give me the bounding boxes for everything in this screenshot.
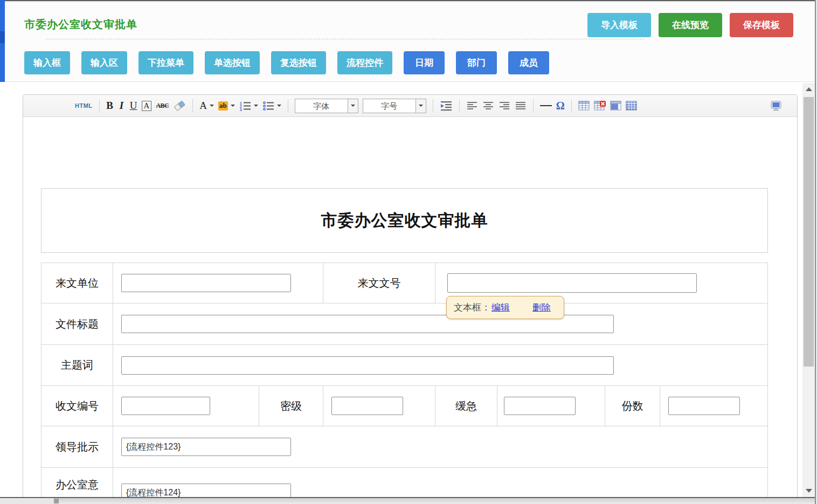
scroll-up-arrow-icon[interactable]	[806, 87, 812, 91]
input-receipt-number[interactable]	[121, 397, 210, 415]
table-row: 文件标题	[41, 303, 767, 344]
left-edge-strip	[0, 0, 5, 82]
input-incoming-unit[interactable]	[121, 274, 291, 292]
app-window: 市委办公室收文审批单 导入模板 在线预览 保存模板 输入框 输入区 下拉菜单 单…	[0, 0, 817, 504]
table-properties-icon[interactable]	[624, 98, 639, 114]
fullscreen-icon[interactable]	[768, 98, 784, 114]
ordered-list-icon[interactable]: 1 2 3	[237, 98, 260, 114]
input-incoming-number[interactable]	[447, 273, 697, 293]
toolbar-separator	[533, 99, 534, 113]
input-subject-words[interactable]	[121, 356, 614, 375]
widget-button-checkbox[interactable]: 复选按钮	[271, 51, 326, 74]
align-justify-icon[interactable]	[513, 98, 529, 114]
field-label-incoming-unit: 来文单位	[41, 263, 113, 303]
table-row: 领导批示	[41, 426, 767, 467]
editor-content[interactable]: 市委办公室收文审批单 来文单位 来文文号 文件标题 主题词	[23, 117, 797, 504]
widget-button-input-area[interactable]: 输入区	[81, 51, 127, 74]
field-label-incoming-number: 来文文号	[323, 263, 435, 303]
widget-button-input-box[interactable]: 输入框	[24, 51, 70, 74]
field-label-copies: 份数	[605, 386, 660, 426]
save-template-button[interactable]: 保存模板	[730, 13, 793, 37]
field-label-document-title: 文件标题	[41, 303, 113, 344]
align-left-icon[interactable]	[464, 98, 480, 114]
input-security-level[interactable]	[331, 397, 403, 415]
align-center-icon[interactable]	[480, 98, 496, 114]
textbox-widget-tooltip: 文本框： 编辑 删除	[446, 296, 564, 319]
delete-table-icon[interactable]	[592, 98, 608, 114]
font-size-select[interactable]: 字号	[363, 99, 426, 113]
field-label-subject-words: 主题词	[41, 345, 113, 385]
widget-button-date[interactable]: 日期	[404, 51, 445, 74]
horizontal-scrollbar[interactable]	[0, 498, 815, 504]
widget-button-member[interactable]: 成员	[508, 51, 549, 74]
scroll-down-arrow-icon[interactable]	[806, 489, 812, 493]
table-cell-area-icon[interactable]	[608, 98, 624, 114]
page-title: 市委办公室收文审批单	[24, 17, 137, 32]
strikethrough-icon[interactable]: ABC	[154, 98, 171, 114]
field-label-leader-instructions: 领导批示	[41, 426, 113, 467]
font-family-select[interactable]: 字体	[295, 99, 358, 113]
vertical-scrollbar[interactable]	[802, 83, 815, 497]
input-copies[interactable]	[668, 397, 740, 415]
html-source-icon[interactable]: HTML	[73, 98, 95, 114]
font-style-box-icon[interactable]: A	[142, 101, 152, 111]
toolbar-separator	[288, 99, 288, 113]
font-color-icon[interactable]: A	[197, 98, 216, 114]
unordered-list-icon[interactable]	[260, 98, 283, 114]
table-row: 收文编号 密级 缓急 份数	[41, 385, 767, 426]
italic-icon[interactable]: I	[116, 98, 128, 114]
chevron-down-icon	[416, 99, 426, 113]
field-label-urgency: 缓急	[435, 386, 497, 426]
toolbar-separator	[192, 99, 193, 113]
insert-table-icon[interactable]	[576, 98, 592, 114]
indent-icon[interactable]	[438, 98, 455, 114]
toolbar-separator	[99, 99, 100, 113]
widget-button-radio[interactable]: 单选按钮	[205, 51, 260, 74]
horizontal-rule-icon[interactable]	[538, 98, 554, 114]
template-actions: 导入模板 在线预览 保存模板	[587, 13, 793, 37]
import-template-button[interactable]: 导入模板	[587, 13, 651, 37]
align-right-icon[interactable]	[496, 98, 513, 114]
underline-icon[interactable]: U	[128, 98, 140, 114]
input-leader-instructions[interactable]	[121, 438, 291, 456]
horizontal-scrollbar-thumb[interactable]	[0, 498, 54, 504]
table-row: 主题词	[41, 344, 767, 385]
table-row: 来文单位 来文文号	[41, 263, 767, 303]
input-urgency[interactable]	[504, 397, 576, 415]
form-table: 来文单位 来文文号 文件标题 主题词 收文编号	[41, 263, 768, 504]
toolbar-separator	[459, 99, 460, 113]
field-label-security-level: 密级	[259, 386, 323, 426]
widget-button-dropdown-menu[interactable]: 下拉菜单	[139, 51, 193, 74]
vertical-scrollbar-thumb[interactable]	[804, 97, 814, 367]
horizontal-scrollbar-notch	[54, 499, 59, 503]
field-label-receipt-number: 收文编号	[41, 386, 113, 426]
eraser-icon[interactable]	[171, 98, 188, 114]
tooltip-label: 文本框：	[454, 301, 490, 314]
rich-text-editor: HTML B I U A ABC A ab 1 2 3	[23, 94, 798, 504]
form-title-box: 市委办公室收文审批单	[41, 188, 768, 253]
online-preview-button[interactable]: 在线预览	[659, 13, 722, 37]
svg-text:3: 3	[240, 107, 242, 111]
dashed-divider	[46, 39, 644, 39]
widget-button-row: 输入框 输入区 下拉菜单 单选按钮 复选按钮 流程控件 日期 部门 成员	[24, 51, 549, 74]
tooltip-edit-link[interactable]: 编辑	[491, 301, 510, 314]
toolbar-separator	[433, 99, 433, 113]
highlight-color-icon[interactable]: ab	[216, 98, 237, 114]
widget-button-process-control[interactable]: 流程控件	[337, 51, 392, 74]
form-title: 市委办公室收文审批单	[321, 210, 488, 232]
toolbar-separator	[571, 99, 572, 113]
bold-icon[interactable]: B	[104, 98, 116, 114]
header-panel: 市委办公室收文审批单 导入模板 在线预览 保存模板 输入框 输入区 下拉菜单 单…	[5, 2, 815, 82]
tooltip-delete-link[interactable]: 删除	[532, 301, 551, 314]
widget-button-department[interactable]: 部门	[456, 51, 497, 74]
chevron-down-icon	[348, 99, 358, 113]
special-character-icon[interactable]: Ω	[554, 98, 567, 114]
editor-toolbar: HTML B I U A ABC A ab 1 2 3	[23, 95, 797, 117]
